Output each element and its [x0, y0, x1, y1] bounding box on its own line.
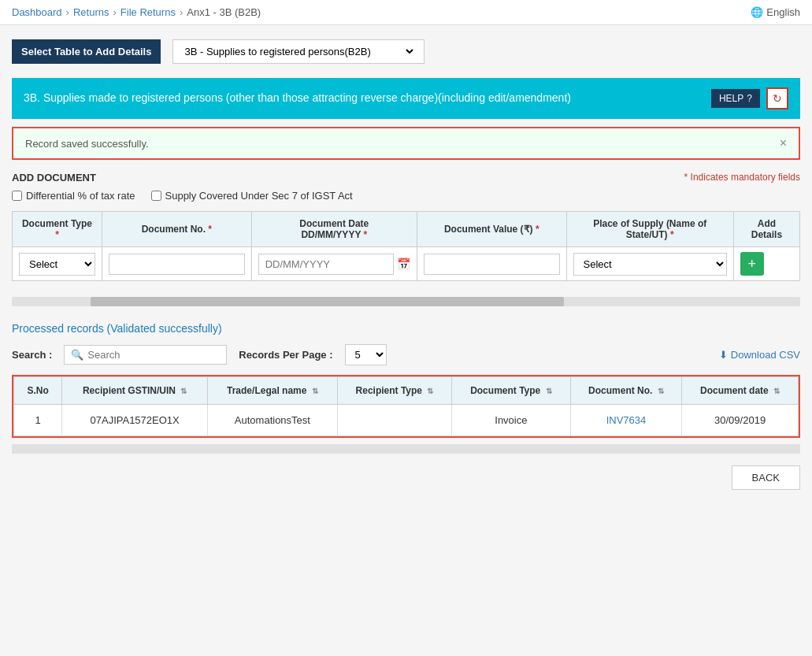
- success-message: Record saved successfully. ×: [12, 127, 800, 160]
- date-wrapper: 📅: [258, 254, 410, 275]
- cell-doc-value: [417, 247, 566, 281]
- diff-tax-checkbox[interactable]: [12, 191, 22, 201]
- back-button[interactable]: BACK: [732, 465, 800, 490]
- place-supply-select[interactable]: Select: [573, 253, 727, 276]
- table-scrollbar[interactable]: [12, 444, 800, 454]
- breadcrumb-sep-1: ›: [66, 6, 69, 18]
- back-row: BACK: [12, 465, 800, 490]
- add-document-section: * Indicates mandatory fields ADD DOCUMEN…: [12, 172, 800, 190]
- download-icon: ⬇: [719, 349, 728, 361]
- language-selector[interactable]: 🌐 English: [751, 6, 800, 18]
- scrollbar-thumb[interactable]: [91, 297, 564, 306]
- sort-doc-type[interactable]: ⇅: [546, 387, 552, 395]
- col-doc-type: Document Type *: [13, 212, 102, 247]
- breadcrumb-sep-3: ›: [180, 6, 183, 18]
- banner-actions: HELP ? ↻: [711, 87, 788, 109]
- records-per-page-select[interactable]: 5 10 25 50: [345, 344, 387, 365]
- cell-add-details: +: [733, 247, 799, 281]
- download-csv-button[interactable]: ⬇ Download CSV: [719, 349, 800, 361]
- success-text: Record saved successfully.: [25, 138, 149, 150]
- sort-trade-name[interactable]: ⇅: [312, 387, 318, 395]
- col-add-details: Add Details: [733, 212, 799, 247]
- cell-sno: 1: [14, 405, 62, 436]
- search-input-wrap[interactable]: 🔍: [64, 345, 227, 365]
- breadcrumb-returns[interactable]: Returns: [73, 6, 109, 18]
- scrollbar-track: [12, 297, 800, 306]
- globe-icon: 🌐: [751, 6, 763, 18]
- search-bar: Search : 🔍 Records Per Page : 5 10 25 50…: [12, 344, 800, 365]
- form-table-scroll[interactable]: Document Type * Document No. * Document …: [12, 211, 800, 285]
- cell-place-supply: Select: [566, 247, 733, 281]
- doc-date-input[interactable]: [258, 254, 394, 275]
- breadcrumb-dashboard[interactable]: Dashboard: [12, 6, 62, 18]
- breadcrumb-file-returns[interactable]: File Returns: [121, 6, 176, 18]
- cell-recipient-type: [337, 405, 451, 436]
- supply-sec7-label: Supply Covered Under Sec 7 of IGST Act: [165, 190, 353, 202]
- diff-tax-label: Differential % of tax rate: [26, 190, 135, 202]
- th-doc-no: Document No. ⇅: [570, 377, 682, 405]
- sort-doc-date[interactable]: ⇅: [773, 387, 780, 395]
- mandatory-note: * Indicates mandatory fields: [684, 172, 800, 183]
- bottom-scrollbar-track: [12, 444, 800, 454]
- select-table-select[interactable]: 3B - Supplies to registered persons(B2B): [181, 45, 416, 58]
- refresh-button[interactable]: ↻: [766, 87, 788, 109]
- section-banner: 3B. Supplies made to registered persons …: [12, 78, 800, 119]
- col-doc-value: Document Value (₹) *: [417, 212, 566, 247]
- form-table-scrollbar[interactable]: [12, 297, 800, 306]
- sort-gstin[interactable]: ⇅: [180, 387, 187, 395]
- checkbox-row: Differential % of tax rate Supply Covere…: [12, 190, 800, 202]
- add-details-button[interactable]: +: [740, 252, 764, 276]
- col-place-supply: Place of Supply (Name of State/UT) *: [566, 212, 733, 247]
- help-icon: ?: [747, 93, 752, 104]
- language-label: English: [766, 6, 800, 18]
- doc-no-input[interactable]: [109, 254, 245, 275]
- breadcrumb-current: Anx1 - 3B (B2B): [187, 6, 261, 18]
- th-doc-date: Document date ⇅: [682, 377, 799, 405]
- cell-doc-type: Select: [13, 247, 102, 281]
- th-sno: S.No: [14, 377, 62, 405]
- th-trade-name: Trade/Legal name ⇅: [207, 377, 337, 405]
- cell-doc-no-val: INV7634: [570, 405, 682, 436]
- close-success-button[interactable]: ×: [780, 136, 787, 150]
- select-table-row: Select Table to Add Details 3B - Supplie…: [12, 33, 800, 70]
- processed-title: Processed records (Validated successfull…: [12, 322, 800, 335]
- doc-no-link[interactable]: INV7634: [606, 414, 647, 426]
- main-content: Select Table to Add Details 3B - Supplie…: [0, 25, 812, 498]
- calendar-icon[interactable]: 📅: [397, 258, 410, 270]
- col-doc-no: Document No. *: [102, 212, 251, 247]
- processed-table: S.No Recipient GSTIN/UIN ⇅ Trade/Legal n…: [13, 376, 799, 436]
- bottom-scrollbar-thumb[interactable]: [12, 444, 295, 454]
- sort-doc-no[interactable]: ⇅: [658, 387, 664, 395]
- refresh-icon: ↻: [773, 92, 782, 105]
- checkbox-supply-sec7[interactable]: Supply Covered Under Sec 7 of IGST Act: [151, 190, 353, 202]
- checkbox-diff-tax[interactable]: Differential % of tax rate: [12, 190, 135, 202]
- cell-trade-name: AutomationsTest: [207, 405, 337, 436]
- th-doc-type: Document Type ⇅: [452, 377, 571, 405]
- cell-doc-date: 📅: [251, 247, 417, 281]
- supply-sec7-checkbox[interactable]: [151, 191, 161, 201]
- add-document-title: ADD DOCUMENT: [12, 172, 800, 183]
- cell-doc-type-val: Invoice: [452, 405, 571, 436]
- select-table-label: Select Table to Add Details: [12, 39, 161, 64]
- cell-doc-date-val: 30/09/2019: [682, 405, 799, 436]
- data-table-wrap: S.No Recipient GSTIN/UIN ⇅ Trade/Legal n…: [12, 375, 800, 438]
- doc-type-select[interactable]: Select: [19, 253, 95, 276]
- records-per-page-label: Records Per Page :: [239, 349, 332, 361]
- search-input[interactable]: [87, 349, 220, 361]
- form-input-row: Select 📅: [13, 247, 800, 281]
- search-label: Search :: [12, 349, 52, 361]
- help-button[interactable]: HELP ?: [711, 89, 760, 108]
- th-gstin: Recipient GSTIN/UIN ⇅: [62, 377, 208, 405]
- processed-records-section: Processed records (Validated successfull…: [12, 322, 800, 490]
- cell-gstin: 07AJIPA1572EO1X: [62, 405, 208, 436]
- select-table-dropdown[interactable]: 3B - Supplies to registered persons(B2B): [172, 39, 425, 64]
- sort-recipient-type[interactable]: ⇅: [427, 387, 433, 395]
- search-icon: 🔍: [71, 349, 83, 361]
- banner-text: 3B. Supplies made to registered persons …: [24, 91, 711, 106]
- col-doc-date: Document DateDD/MM/YYYY *: [251, 212, 417, 247]
- th-recipient-type: Recipient Type ⇅: [337, 377, 451, 405]
- breadcrumb-sep-2: ›: [113, 6, 116, 18]
- help-label: HELP: [719, 93, 743, 104]
- doc-value-input[interactable]: [424, 254, 560, 275]
- add-document-form-table: Document Type * Document No. * Document …: [12, 211, 800, 281]
